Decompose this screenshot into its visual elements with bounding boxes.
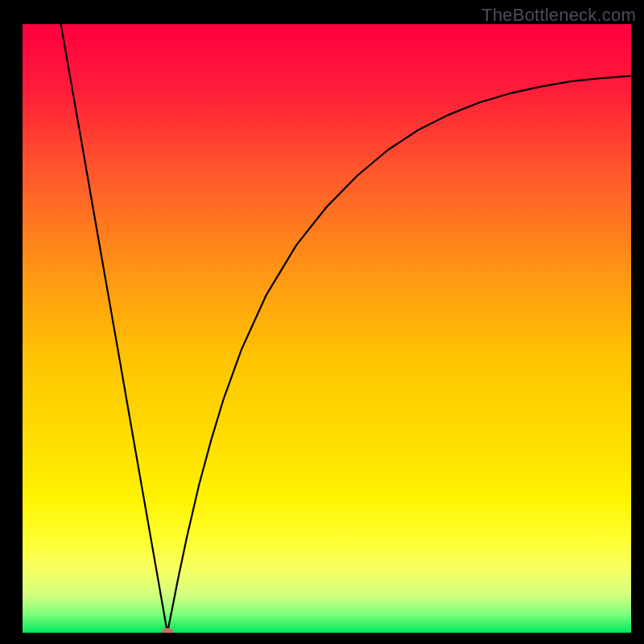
bottleneck-chart [23,24,631,633]
attribution-text: TheBottleneck.com [481,5,636,26]
chart-frame [23,24,631,633]
